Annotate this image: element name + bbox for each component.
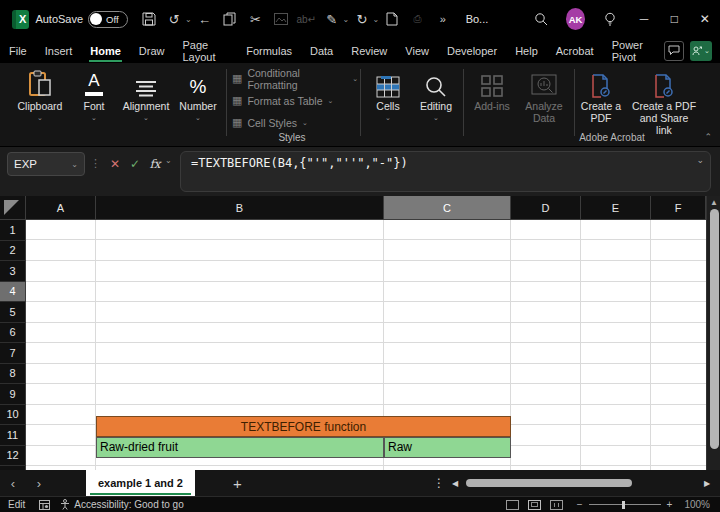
zoom-level[interactable]: 100% <box>684 499 710 510</box>
tab-draw[interactable]: Draw <box>130 38 174 63</box>
tab-file[interactable]: File <box>0 38 36 63</box>
chevron-down-icon: ⌄ <box>71 160 78 169</box>
pen-icon[interactable]: ✎ <box>321 7 342 31</box>
scroll-right-icon[interactable]: ▶ <box>704 479 710 488</box>
clipboard-group-button[interactable]: Clipboard ⌄ <box>12 68 68 122</box>
page-break-view-icon[interactable] <box>550 500 563 510</box>
vertical-scroll-thumb[interactable] <box>710 209 719 449</box>
redo-icon[interactable]: ↻ <box>351 7 372 31</box>
row-header-1[interactable]: 1 <box>0 220 26 241</box>
share-button[interactable]: ⌄ <box>690 41 712 61</box>
tab-page-layout[interactable]: Page Layout <box>173 38 237 63</box>
autosave-switch[interactable]: Off <box>88 11 128 28</box>
cell-styles-button[interactable]: ▦ Cell Styles ⌄ <box>232 112 358 133</box>
conditional-formatting-button[interactable]: ▦ Conditional Formatting ⌄ <box>232 68 358 89</box>
row-header-3[interactable]: 3 <box>0 261 26 282</box>
zoom-slider-thumb[interactable] <box>622 501 625 509</box>
row-header-9[interactable]: 9 <box>0 384 26 405</box>
cut-icon[interactable]: ✂ <box>245 7 266 31</box>
collapse-ribbon-icon[interactable]: ⌃ <box>704 132 712 142</box>
cells-group-button[interactable]: Cells ⌄ <box>366 68 410 122</box>
redo-dropdown-icon[interactable]: ⌄ <box>373 15 380 24</box>
prev-sheet-icon[interactable]: ‹ <box>0 476 26 491</box>
tab-view[interactable]: View <box>396 38 438 63</box>
add-sheet-button[interactable]: + <box>233 475 242 492</box>
create-pdf-share-button[interactable]: Create a PDF and Share link <box>626 68 702 136</box>
tab-formulas[interactable]: Formulas <box>237 38 301 63</box>
column-header-c[interactable]: C <box>384 196 511 220</box>
zoom-out-button[interactable]: − <box>577 499 583 510</box>
tab-developer[interactable]: Developer <box>438 38 506 63</box>
next-sheet-icon[interactable]: › <box>26 476 52 491</box>
comments-button[interactable] <box>664 41 684 61</box>
lightbulb-icon[interactable] <box>599 7 620 31</box>
alignment-group-button[interactable]: Alignment ⌄ <box>118 68 174 122</box>
back-arrow-icon[interactable]: ← <box>194 7 215 31</box>
conditional-formatting-label: Conditional Formatting <box>247 67 347 91</box>
column-header-a[interactable]: A <box>26 196 96 220</box>
save-icon[interactable] <box>138 7 159 31</box>
zoom-in-button[interactable]: + <box>667 499 673 510</box>
page-layout-view-icon[interactable] <box>528 500 541 510</box>
row-header-10[interactable]: 10 <box>0 405 26 426</box>
pen-dropdown-icon[interactable]: ⌄ <box>342 15 349 24</box>
tab-insert[interactable]: Insert <box>36 38 82 63</box>
tab-power-pivot[interactable]: Power Pivot <box>603 38 664 63</box>
tab-home[interactable]: Home <box>81 38 130 63</box>
copy-icon[interactable] <box>219 7 240 31</box>
macro-record-icon[interactable] <box>39 500 50 510</box>
format-as-table-button[interactable]: ▦ Format as Table ⌄ <box>232 90 358 111</box>
sheet-options-icon[interactable]: ⋮ <box>433 476 445 490</box>
select-all-corner[interactable] <box>0 196 26 220</box>
tab-help[interactable]: Help <box>506 38 547 63</box>
more-commands-icon[interactable]: » <box>432 7 453 31</box>
row-header-5[interactable]: 5 <box>0 302 26 323</box>
search-icon[interactable] <box>530 7 551 31</box>
tab-data[interactable]: Data <box>301 38 342 63</box>
new-document-icon[interactable] <box>381 7 402 31</box>
cell-c2[interactable]: Raw <box>384 437 511 458</box>
row-header-6[interactable]: 6 <box>0 323 26 344</box>
undo-icon[interactable]: ↺ <box>164 7 185 31</box>
avatar[interactable]: AK <box>566 8 586 30</box>
create-pdf-button[interactable]: Create a PDF <box>578 68 624 124</box>
scroll-left-icon[interactable]: ◀ <box>452 479 458 488</box>
row-header-12[interactable]: 12 <box>0 446 26 467</box>
tab-review[interactable]: Review <box>342 38 396 63</box>
formula-input[interactable]: =TEXTBEFORE(B4,{"'","''","-"}) <box>180 151 711 192</box>
row-header-2[interactable]: 2 <box>0 241 26 262</box>
accessibility-icon[interactable] <box>60 499 70 510</box>
cell-b1-title[interactable]: TEXTBEFORE function <box>96 416 511 437</box>
cancel-entry-button[interactable]: ✕ <box>105 154 125 174</box>
insert-function-button[interactable]: fx <box>145 154 165 174</box>
column-header-b[interactable]: B <box>96 196 384 220</box>
formula-bar-expand-icon[interactable]: ⌄ <box>696 155 704 165</box>
column-header-d[interactable]: D <box>511 196 581 220</box>
row-header-11[interactable]: 11 <box>0 425 26 446</box>
maximize-button[interactable]: □ <box>659 0 689 38</box>
sheet-tab-active[interactable]: example 1 and 2 <box>86 470 195 496</box>
zoom-slider[interactable] <box>589 504 661 505</box>
undo-dropdown-icon[interactable]: ⌄ <box>185 15 192 24</box>
row-header-7[interactable]: 7 <box>0 343 26 364</box>
close-button[interactable]: ✕ <box>690 0 720 38</box>
normal-view-icon[interactable] <box>506 500 519 510</box>
horizontal-scroll-thumb[interactable] <box>466 479 632 487</box>
cell-b2[interactable]: Raw-dried fruit <box>96 437 384 458</box>
name-box[interactable]: EXP ⌄ <box>7 152 85 176</box>
number-group-button[interactable]: % Number ⌄ <box>176 68 220 122</box>
row-header-4[interactable]: 4 <box>0 282 26 303</box>
scroll-up-icon[interactable]: ▲ <box>709 198 719 207</box>
confirm-entry-button[interactable]: ✓ <box>125 154 145 174</box>
column-header-f[interactable]: F <box>651 196 706 220</box>
accessibility-status[interactable]: Accessibility: Good to go <box>74 499 184 510</box>
editing-group-button[interactable]: Editing ⌄ <box>412 68 460 122</box>
font-group-button[interactable]: A Font ⌄ <box>74 68 114 122</box>
minimize-button[interactable]: ─ <box>629 0 659 38</box>
row-header-8[interactable]: 8 <box>0 364 26 385</box>
tab-acrobat[interactable]: Acrobat <box>547 38 603 63</box>
autosave-toggle[interactable]: AutoSave Off <box>35 11 128 28</box>
excel-logo-icon[interactable]: X <box>12 10 29 29</box>
column-header-e[interactable]: E <box>581 196 651 220</box>
vertical-scrollbar[interactable]: ▲ <box>706 196 720 470</box>
